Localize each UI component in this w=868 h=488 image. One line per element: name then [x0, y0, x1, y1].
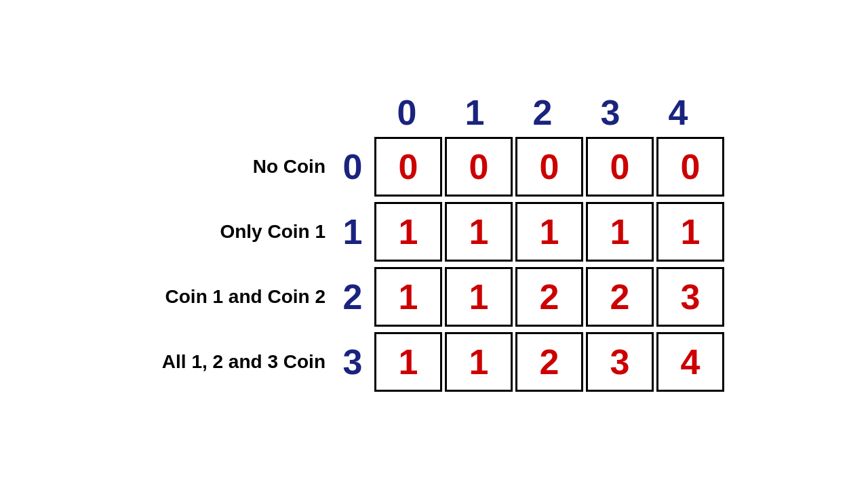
- col-header-4: 4: [644, 92, 712, 133]
- row-label-area-1: Only Coin 1: [142, 221, 332, 243]
- col-header-1: 1: [441, 92, 509, 133]
- cell-2-1: 1: [445, 267, 513, 327]
- column-headers: 01234: [142, 92, 712, 133]
- cell-1-3: 1: [586, 202, 654, 262]
- cell-3-4: 4: [656, 332, 724, 392]
- cell-0-4: 0: [656, 137, 724, 197]
- cell-2-3: 2: [586, 267, 654, 327]
- cell-3-2: 2: [515, 332, 583, 392]
- table-row-0: No Coin000000: [142, 136, 726, 198]
- row-label-2: Coin 1 and Coin 2: [165, 286, 326, 307]
- cell-2-4: 3: [656, 267, 724, 327]
- cell-0-0: 0: [374, 137, 442, 197]
- cell-1-0: 1: [374, 202, 442, 262]
- col-header-3: 3: [576, 92, 644, 133]
- cell-2-2: 2: [515, 267, 583, 327]
- col-header-2: 2: [509, 92, 576, 133]
- row-index-2: 2: [332, 277, 373, 317]
- cell-3-3: 3: [586, 332, 654, 392]
- row-label-0: No Coin: [253, 156, 326, 177]
- cell-3-1: 1: [445, 332, 513, 392]
- cell-1-1: 1: [445, 202, 513, 262]
- row-index-0: 0: [332, 146, 373, 187]
- cell-1-2: 1: [515, 202, 583, 262]
- table-row-2: Coin 1 and Coin 2211223: [142, 266, 726, 328]
- table-row-1: Only Coin 1111111: [142, 201, 726, 263]
- cell-1-4: 1: [656, 202, 724, 262]
- row-label-area-3: All 1, 2 and 3 Coin: [142, 351, 332, 373]
- row-label-area-0: No Coin: [142, 156, 332, 178]
- row-label-area-2: Coin 1 and Coin 2: [142, 286, 332, 308]
- cell-0-1: 0: [445, 137, 513, 197]
- row-index-3: 3: [332, 342, 373, 382]
- dp-table: 01234 No Coin000000Only Coin 1111111Coin…: [142, 92, 726, 396]
- table-row-3: All 1, 2 and 3 Coin311234: [142, 331, 726, 393]
- row-label-3: All 1, 2 and 3 Coin: [162, 351, 326, 372]
- col-header-0: 0: [373, 92, 441, 133]
- cell-0-3: 0: [586, 137, 654, 197]
- row-label-1: Only Coin 1: [220, 221, 326, 242]
- cell-3-0: 1: [374, 332, 442, 392]
- cell-0-2: 0: [515, 137, 583, 197]
- row-index-1: 1: [332, 211, 373, 252]
- cell-2-0: 1: [374, 267, 442, 327]
